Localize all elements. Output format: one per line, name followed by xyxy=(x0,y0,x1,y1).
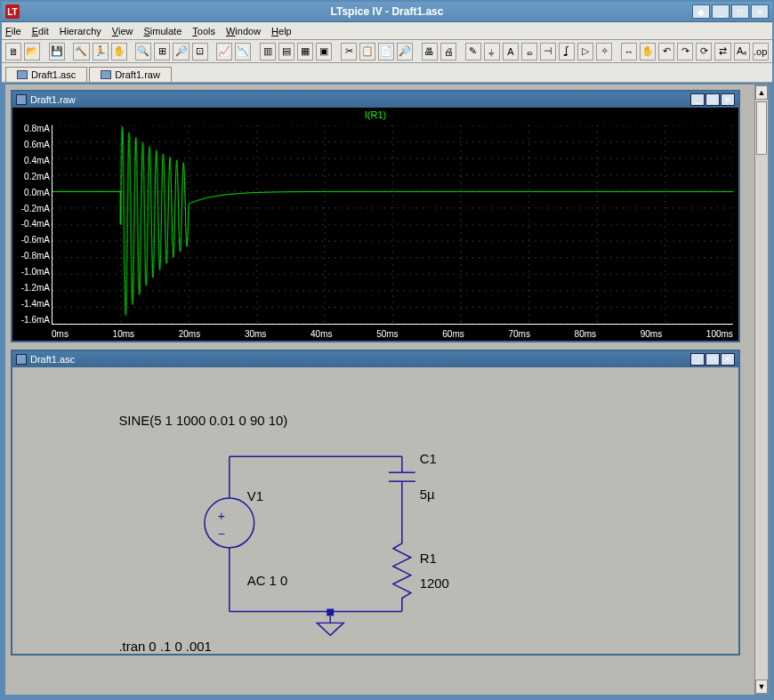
save-button[interactable]: 💾 xyxy=(49,43,65,60)
close-button[interactable]: ✕ xyxy=(751,4,769,19)
ac-label[interactable]: AC 1 0 xyxy=(247,573,288,588)
cascade-button[interactable]: ▦ xyxy=(297,43,313,60)
diode-button[interactable]: ▷ xyxy=(577,43,593,60)
tile-h-button[interactable]: ▥ xyxy=(260,43,276,60)
capacitor-button[interactable]: ⊣ xyxy=(540,43,556,60)
waveform-icon xyxy=(16,94,27,105)
open-button[interactable]: 📂 xyxy=(24,43,40,60)
svg-point-0 xyxy=(205,498,254,548)
text-button[interactable]: Aₐ xyxy=(734,43,750,60)
menu-hierarchy[interactable]: Hierarchy xyxy=(60,26,101,36)
minimize-button[interactable]: _ xyxy=(712,4,730,19)
zoom-out-button[interactable]: 🔎 xyxy=(173,43,189,60)
x-axis[interactable]: 0ms 10ms 20ms 30ms 40ms 50ms 60ms 70ms 8… xyxy=(52,329,733,339)
x-tick: 60ms xyxy=(442,329,464,339)
menu-window[interactable]: Window xyxy=(226,26,261,36)
wire-button[interactable]: ✎ xyxy=(465,43,481,60)
undo-button[interactable]: ↶ xyxy=(658,43,674,60)
schematic-icon xyxy=(17,70,28,79)
component-button[interactable]: ✧ xyxy=(596,43,612,60)
rotate-button[interactable]: ⟳ xyxy=(696,43,712,60)
resistor-button[interactable]: ⏛ xyxy=(521,43,537,60)
pin-button[interactable]: ◆ xyxy=(692,4,710,19)
scroll-up-button[interactable]: ▲ xyxy=(755,85,768,100)
y-axis[interactable]: 0.8mA 0.6mA 0.4mA 0.2mA 0.0mA -0.2mA -0.… xyxy=(14,124,50,325)
r1-label[interactable]: R1 xyxy=(420,551,437,566)
mirror-button[interactable]: ⇄ xyxy=(714,43,730,60)
find-button[interactable]: 🔎 xyxy=(397,43,413,60)
sine-directive[interactable]: SINE(5 1 1000 0.01 0 90 10) xyxy=(118,413,287,428)
menu-help[interactable]: Help xyxy=(271,26,292,36)
menu-simulate[interactable]: Simulate xyxy=(143,26,181,36)
tran-directive[interactable]: .tran 0 .1 0 .001 xyxy=(118,639,211,652)
x-tick: 70ms xyxy=(508,329,529,339)
plot-grid[interactable] xyxy=(52,125,733,325)
cut-button[interactable]: ✂ xyxy=(341,43,357,60)
child-titlebar[interactable]: Draft1.raw _ □ ✕ xyxy=(12,92,738,108)
v1-label[interactable]: V1 xyxy=(247,488,263,503)
scroll-thumb[interactable] xyxy=(756,101,767,155)
toolbar: 🗎 📂 💾 🔨 🏃 ✋ 🔍 ⊞ 🔎 ⊡ 📈 📉 ▥ ▤ ▦ ▣ ✂ 📋 📄 🔎 … xyxy=(2,40,772,63)
menu-edit[interactable]: Edit xyxy=(32,26,49,36)
tile-v-button[interactable]: ▤ xyxy=(278,43,294,60)
c1-label[interactable]: C1 xyxy=(420,451,437,466)
menu-tools[interactable]: Tools xyxy=(192,26,215,36)
trace-label[interactable]: I(R1) xyxy=(365,109,386,120)
inductor-button[interactable]: ʆ xyxy=(559,43,575,60)
ground-button[interactable]: ⏚ xyxy=(484,43,500,60)
x-tick: 0ms xyxy=(52,329,69,339)
tab-label: Draft1.asc xyxy=(31,69,76,80)
menu-view[interactable]: View xyxy=(112,26,133,36)
zoom-fit-button[interactable]: ⊡ xyxy=(192,43,208,60)
y-tick: -0.4mA xyxy=(14,219,50,229)
c1-value[interactable]: 5µ xyxy=(420,487,435,502)
paste-button[interactable]: 📄 xyxy=(378,43,394,60)
pan-button[interactable]: ⊞ xyxy=(154,43,170,60)
drag-button[interactable]: ✋ xyxy=(640,43,656,60)
print-setup-button[interactable]: 🖶 xyxy=(422,43,438,60)
child-maximize-button[interactable]: □ xyxy=(705,353,720,366)
run-button[interactable]: 🏃 xyxy=(93,43,109,60)
schematic-canvas[interactable]: SINE(5 1 1000 0.01 0 90 10) .tran 0 .1 0… xyxy=(12,367,738,652)
copy-button[interactable]: 📋 xyxy=(359,43,375,60)
child-close-button[interactable]: ✕ xyxy=(721,93,735,106)
label-button[interactable]: A xyxy=(503,43,519,60)
child-minimize-button[interactable]: _ xyxy=(690,353,705,366)
maximize-button[interactable]: □ xyxy=(731,4,749,19)
child-titlebar[interactable]: Draft1.asc _ □ ✕ xyxy=(12,351,738,367)
zoom-in-button[interactable]: 🔍 xyxy=(135,43,151,60)
setup-button[interactable]: 📉 xyxy=(235,43,251,60)
app-window: LT LTspice IV - Draft1.asc ◆ _ □ ✕ File … xyxy=(0,0,774,700)
child-close-button[interactable]: ✕ xyxy=(721,353,735,366)
app-icon: LT xyxy=(5,4,20,19)
tab-draft1-asc[interactable]: Draft1.asc xyxy=(5,67,87,82)
tab-draft1-raw[interactable]: Draft1.raw xyxy=(89,67,172,82)
child-title: Draft1.asc xyxy=(30,354,75,365)
window-title: LTspice IV - Draft1.asc xyxy=(331,5,444,18)
waveform-window[interactable]: Draft1.raw _ □ ✕ I(R1) 0.8mA 0.6mA 0.4mA… xyxy=(11,90,740,342)
autorange-button[interactable]: 📈 xyxy=(216,43,232,60)
hammer-icon[interactable]: 🔨 xyxy=(73,43,89,60)
close-all-button[interactable]: ▣ xyxy=(316,43,332,60)
waveform-icon xyxy=(101,70,111,79)
child-maximize-button[interactable]: □ xyxy=(705,93,720,106)
move-button[interactable]: ↔ xyxy=(621,43,637,60)
child-minimize-button[interactable]: _ xyxy=(690,93,705,106)
titlebar[interactable]: LT LTspice IV - Draft1.asc ◆ _ □ ✕ xyxy=(2,2,772,22)
vertical-scrollbar[interactable]: ▲ ▼ xyxy=(754,84,769,695)
new-schematic-button[interactable]: 🗎 xyxy=(5,43,21,60)
child-title: Draft1.raw xyxy=(30,94,76,105)
x-tick: 90ms xyxy=(641,329,662,339)
y-tick: -1.0mA xyxy=(14,267,50,277)
plot-area[interactable]: I(R1) 0.8mA 0.6mA 0.4mA 0.2mA 0.0mA -0.2… xyxy=(12,108,738,341)
spice-dir-button[interactable]: .op xyxy=(753,43,769,60)
tab-label: Draft1.raw xyxy=(115,69,160,80)
menu-file[interactable]: File xyxy=(5,26,21,36)
r1-value[interactable]: 1200 xyxy=(420,575,449,591)
scroll-down-button[interactable]: ▼ xyxy=(755,680,768,694)
schematic-window[interactable]: Draft1.asc _ □ ✕ SINE(5 1 1000 0.01 0 90… xyxy=(11,350,740,656)
halt-button[interactable]: ✋ xyxy=(111,43,127,60)
print-button[interactable]: 🖨 xyxy=(440,43,456,60)
redo-button[interactable]: ↷ xyxy=(677,43,693,60)
x-tick: 100ms xyxy=(706,329,733,339)
